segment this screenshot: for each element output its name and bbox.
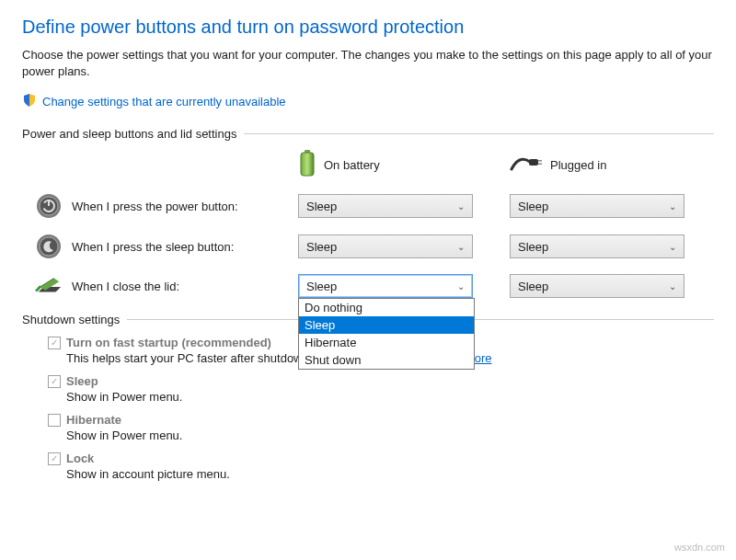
hibernate-checkbox[interactable] xyxy=(48,414,61,427)
select-value: Sleep xyxy=(518,280,548,293)
hibernate-desc: Show in Power menu. xyxy=(66,429,714,442)
sleep-button-plugged-select[interactable]: Sleep ⌄ xyxy=(510,234,684,258)
hibernate-title: Hibernate xyxy=(66,413,121,427)
select-value: Sleep xyxy=(518,200,548,213)
close-lid-label: When I close the lid: xyxy=(72,280,179,293)
sleep-desc: Show in Power menu. xyxy=(66,390,714,404)
intro-text: Choose the power settings that you want … xyxy=(22,47,714,80)
sleep-checkbox[interactable]: ✓ xyxy=(48,375,61,388)
select-value: Sleep xyxy=(306,280,337,293)
fast-startup-checkbox[interactable]: ✓ xyxy=(48,337,61,349)
close-lid-plugged-select[interactable]: Sleep ⌄ xyxy=(510,274,684,298)
dropdown-option[interactable]: Do nothing xyxy=(299,299,474,316)
col-battery-label: On battery xyxy=(324,158,380,172)
col-on-battery: On battery xyxy=(298,150,473,180)
column-headers: On battery Plugged in xyxy=(298,150,714,180)
battery-icon xyxy=(298,150,316,180)
svg-rect-2 xyxy=(529,159,538,166)
power-icon xyxy=(35,193,63,219)
dropdown-option[interactable]: Sleep xyxy=(299,316,474,334)
chevron-down-icon: ⌄ xyxy=(457,242,465,252)
chevron-down-icon: ⌄ xyxy=(669,242,676,252)
hibernate-item: Hibernate Show in Power menu. xyxy=(48,413,714,442)
chevron-down-icon: ⌄ xyxy=(457,201,465,211)
fast-startup-title: Turn on fast startup (recommended) xyxy=(66,336,271,349)
lock-item: ✓ Lock Show in account picture menu. xyxy=(48,451,714,481)
select-value: Sleep xyxy=(518,240,548,254)
lock-checkbox[interactable]: ✓ xyxy=(48,452,61,465)
row-sleep-button: When I press the sleep button: Sleep ⌄ S… xyxy=(22,234,714,259)
power-button-plugged-select[interactable]: Sleep ⌄ xyxy=(510,194,684,218)
plug-icon xyxy=(510,154,543,176)
change-settings-row: Change settings that are currently unava… xyxy=(22,93,714,110)
section-shutdown-title: Shutdown settings xyxy=(22,313,120,326)
dropdown-option[interactable]: Hibernate xyxy=(299,334,474,351)
chevron-down-icon: ⌄ xyxy=(457,281,465,291)
lock-desc: Show in account picture menu. xyxy=(66,467,714,481)
col-plugged-label: Plugged in xyxy=(550,158,606,172)
sleep-title: Sleep xyxy=(66,374,98,388)
power-button-label: When I press the power button: xyxy=(72,200,238,213)
divider xyxy=(244,133,714,134)
close-lid-battery-select[interactable]: Sleep ⌄ Do nothing Sleep Hibernate Shut … xyxy=(298,274,473,298)
change-settings-link[interactable]: Change settings that are currently unava… xyxy=(42,95,286,109)
svg-rect-4 xyxy=(538,164,542,166)
section-buttons-title: Power and sleep buttons and lid settings xyxy=(22,127,236,141)
select-value: Sleep xyxy=(306,200,337,213)
lock-title: Lock xyxy=(66,451,94,465)
power-button-battery-select[interactable]: Sleep ⌄ xyxy=(298,194,473,218)
lid-icon xyxy=(35,274,63,298)
page-title: Define power buttons and turn on passwor… xyxy=(22,17,714,38)
sleep-item: ✓ Sleep Show in Power menu. xyxy=(48,374,714,404)
row-power-button: When I press the power button: Sleep ⌄ S… xyxy=(22,193,714,219)
chevron-down-icon: ⌄ xyxy=(669,281,676,291)
close-lid-dropdown: Do nothing Sleep Hibernate Shut down xyxy=(298,298,475,370)
svg-rect-1 xyxy=(301,153,314,176)
shield-icon xyxy=(22,93,37,110)
chevron-down-icon: ⌄ xyxy=(669,201,676,211)
sleep-button-battery-select[interactable]: Sleep ⌄ xyxy=(298,234,473,258)
select-value: Sleep xyxy=(306,240,337,254)
svg-rect-3 xyxy=(538,160,542,162)
row-close-lid: When I close the lid: Sleep ⌄ Do nothing… xyxy=(22,274,714,298)
dropdown-option[interactable]: Shut down xyxy=(299,351,474,369)
sleep-icon xyxy=(35,234,63,259)
sleep-button-label: When I press the sleep button: xyxy=(72,240,234,254)
section-buttons-header: Power and sleep buttons and lid settings xyxy=(22,127,714,141)
col-plugged-in: Plugged in xyxy=(510,154,684,176)
